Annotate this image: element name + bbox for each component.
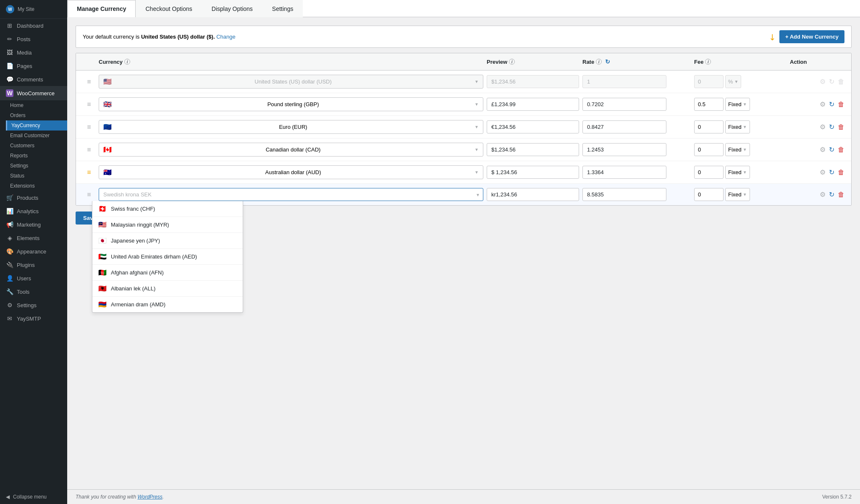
- currency-select-eur[interactable]: 🇪🇺 Euro (EUR) ▼: [99, 120, 483, 134]
- add-new-currency-button[interactable]: + Add New Currency: [779, 30, 844, 43]
- notice-bar: Your default currency is United States (…: [76, 26, 852, 48]
- sidebar-item-marketing[interactable]: 📢 Marketing: [0, 218, 67, 231]
- sidebar-item-users[interactable]: 👤 Users: [0, 272, 67, 285]
- dropdown-item-aed[interactable]: 🇦🇪 United Arab Emirates dirham (AED): [92, 249, 243, 265]
- currency-select-aud[interactable]: 🇦🇺 Australian dollar (AUD) ▼: [99, 165, 483, 179]
- fee-type-gbp[interactable]: Fixed ▼: [725, 98, 750, 111]
- dropdown-item-myr[interactable]: 🇲🇾 Malaysian ringgit (MYR): [92, 217, 243, 233]
- sidebar-item-settings[interactable]: ⚙ Settings: [0, 298, 67, 312]
- sidebar-item-email-customizer[interactable]: Email Customizer: [6, 131, 67, 141]
- tab-display-options[interactable]: Display Options: [202, 0, 262, 17]
- drag-handle[interactable]: ≡: [83, 78, 95, 86]
- header-rate: Rate i ↻: [582, 58, 666, 65]
- fee-info-icon[interactable]: i: [705, 59, 711, 65]
- sidebar-item-analytics[interactable]: 📊 Analytics: [0, 204, 67, 218]
- sidebar-item-media[interactable]: 🖼 Media: [0, 46, 67, 59]
- sidebar-item-settings-wc[interactable]: Settings: [6, 161, 67, 171]
- drag-handle[interactable]: ≡: [83, 123, 95, 131]
- collapse-menu[interactable]: ◀ Collapse menu: [0, 490, 67, 504]
- sidebar-item-plugins[interactable]: 🔌 Plugins: [0, 258, 67, 272]
- dropdown-item-afn[interactable]: 🇦🇫 Afghan afghani (AFN): [92, 265, 243, 281]
- settings-action-icon[interactable]: ⚙: [820, 168, 826, 176]
- currency-select-gbp[interactable]: 🇬🇧 Pound sterling (GBP) ▼: [99, 97, 483, 111]
- drag-handle[interactable]: ≡: [83, 146, 95, 154]
- delete-action-icon[interactable]: 🗑: [838, 123, 844, 131]
- currency-info-icon[interactable]: i: [124, 59, 130, 65]
- preview-field-sek[interactable]: [487, 188, 579, 201]
- sidebar-item-woocommerce[interactable]: W WooCommerce: [0, 86, 67, 100]
- fee-type-aud[interactable]: Fixed ▼: [725, 166, 750, 179]
- fee-value-sek[interactable]: [694, 188, 724, 201]
- currency-dropdown: 🇨🇭 Swiss franc (CHF) 🇲🇾 Malaysian ringgi…: [92, 201, 243, 313]
- sidebar-item-pages[interactable]: 📄 Pages: [0, 59, 67, 73]
- sidebar-item-dashboard[interactable]: ⊞ Dashboard: [0, 19, 67, 32]
- preview-field-gbp[interactable]: [487, 98, 579, 111]
- preview-field-eur[interactable]: [487, 120, 579, 133]
- sidebar-item-yaysmtp[interactable]: ✉ YaySMTP: [0, 312, 67, 325]
- rate-field-sek[interactable]: [582, 188, 666, 201]
- settings-action-icon[interactable]: ⚙: [820, 146, 826, 154]
- sidebar-item-posts[interactable]: ✏ Posts: [0, 32, 67, 46]
- rate-field-gbp[interactable]: [582, 98, 666, 111]
- settings-action-icon[interactable]: ⚙: [820, 100, 826, 108]
- drag-handle[interactable]: ≡: [83, 191, 95, 198]
- tab-checkout-options[interactable]: Checkout Options: [136, 0, 202, 17]
- sidebar-item-extensions[interactable]: Extensions: [6, 181, 67, 191]
- settings-action-icon[interactable]: ⚙: [820, 123, 826, 131]
- drag-handle[interactable]: ≡: [83, 101, 95, 108]
- dropdown-item-all[interactable]: 🇦🇱 Albanian lek (ALL): [92, 281, 243, 297]
- tab-settings[interactable]: Settings: [262, 0, 303, 17]
- fee-value-cad[interactable]: [694, 143, 724, 156]
- sidebar-item-elements[interactable]: ◈ Elements: [0, 231, 67, 245]
- fee-type-cad[interactable]: Fixed ▼: [725, 143, 750, 156]
- sidebar-item-orders[interactable]: Orders: [6, 110, 67, 120]
- fee-type-sek[interactable]: Fixed ▼: [725, 188, 750, 201]
- refresh-action-icon[interactable]: ↻: [829, 146, 834, 154]
- sidebar-item-home[interactable]: Home: [6, 100, 67, 110]
- fee-value-gbp[interactable]: [694, 98, 724, 111]
- rate-field-eur[interactable]: [582, 120, 666, 133]
- aed-flag: 🇦🇪: [98, 253, 107, 261]
- delete-action-icon[interactable]: 🗑: [838, 101, 844, 108]
- refresh-action-icon[interactable]: ↻: [829, 123, 834, 131]
- preview-field-cad[interactable]: [487, 143, 579, 156]
- sidebar-item-customers[interactable]: Customers: [6, 141, 67, 151]
- sidebar-item-status[interactable]: Status: [6, 171, 67, 181]
- refresh-action-icon[interactable]: ↻: [829, 168, 834, 176]
- fee-value-eur[interactable]: [694, 120, 724, 133]
- sidebar-item-tools[interactable]: 🔧 Tools: [0, 285, 67, 298]
- preview-field-aud[interactable]: [487, 166, 579, 179]
- settings-action-icon[interactable]: ⚙: [820, 191, 826, 198]
- wordpress-link[interactable]: WordPress: [137, 494, 162, 500]
- fee-type-eur[interactable]: Fixed ▼: [725, 120, 750, 133]
- sidebar-item-products[interactable]: 🛒 Products: [0, 191, 67, 204]
- delete-action-icon[interactable]: 🗑: [838, 146, 844, 154]
- preview-info-icon[interactable]: i: [509, 59, 515, 65]
- sidebar-item-yaycurrency[interactable]: YayCurrency: [6, 120, 67, 131]
- tab-manage-currency[interactable]: Manage Currency: [67, 0, 136, 17]
- appearance-icon: 🎨: [6, 248, 13, 255]
- refresh-all-rates-icon[interactable]: ↻: [605, 58, 610, 65]
- rate-info-icon[interactable]: i: [596, 59, 602, 65]
- aud-flag: 🇦🇺: [103, 168, 112, 176]
- rate-field-aud[interactable]: [582, 166, 666, 179]
- dropdown-item-jpy[interactable]: 🇯🇵 Japanese yen (JPY): [92, 233, 243, 249]
- change-currency-link[interactable]: Change: [216, 34, 236, 40]
- dropdown-item-amd[interactable]: 🇦🇲 Armenian dram (AMD): [92, 297, 243, 312]
- refresh-action-icon[interactable]: ↻: [829, 100, 834, 108]
- rate-field-cad[interactable]: [582, 143, 666, 156]
- sidebar-item-comments[interactable]: 💬 Comments: [0, 73, 67, 86]
- products-icon: 🛒: [6, 194, 13, 201]
- sidebar-item-appearance[interactable]: 🎨 Appearance: [0, 245, 67, 258]
- refresh-action-icon[interactable]: ↻: [829, 191, 834, 198]
- sidebar-item-reports[interactable]: Reports: [6, 151, 67, 161]
- drag-handle[interactable]: ≡: [83, 169, 95, 176]
- delete-action-icon[interactable]: 🗑: [838, 191, 844, 198]
- currency-select-cad[interactable]: 🇨🇦 Canadian dollar (CAD) ▼: [99, 143, 483, 157]
- currency-search-input[interactable]: [99, 188, 483, 201]
- afn-flag: 🇦🇫: [98, 269, 107, 277]
- fee-value-aud[interactable]: [694, 166, 724, 179]
- delete-action-icon[interactable]: 🗑: [838, 169, 844, 176]
- dropdown-item-chf[interactable]: 🇨🇭 Swiss franc (CHF): [92, 201, 243, 217]
- cad-flag: 🇨🇦: [103, 146, 112, 154]
